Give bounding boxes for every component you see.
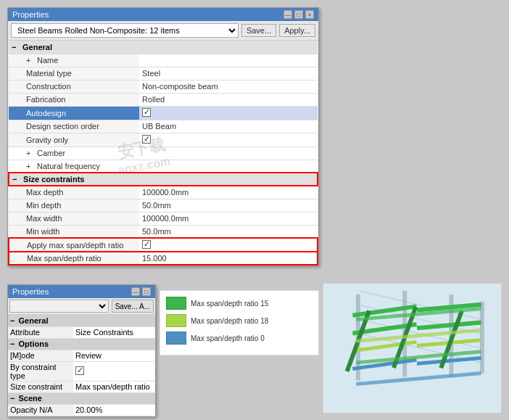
bottom-properties-table: − General Attribute Size Constraints − O… [8,315,155,416]
construction-row: Construction Non-composite beam [9,80,318,93]
apply-max-span-checkbox[interactable] [142,240,151,249]
min-depth-row: Min depth 50.0mm [9,199,318,212]
properties-scroll-area[interactable]: − General + Name Material type Steel [8,41,318,265]
max-depth-row: Max depth 100000.0mm [9,186,318,199]
top-properties-panel: Properties — □ × Steel Beams Rolled Non-… [7,7,319,266]
name-expand-icon[interactable]: + [26,56,33,65]
bottom-opacity-row: Opacity N/A 20.00% [8,404,155,416]
restore-button[interactable]: □ [294,10,303,19]
gravity-only-row: Gravity only [9,133,318,147]
size-constraints-collapse-icon[interactable]: − [12,175,20,184]
general-section-header: − General [9,41,318,54]
bottom-minimize-button[interactable]: — [131,287,140,296]
camber-row: + Camber [9,147,318,160]
natural-freq-expand-icon[interactable]: + [26,162,33,170]
camber-expand-icon[interactable]: + [26,149,33,157]
bottom-restore-button[interactable]: □ [142,287,151,296]
bottom-panel-titlebar: Properties — □ [8,285,155,298]
bottom-properties-panel: Properties — □ Save... A... − General At… [7,284,156,417]
legend-item-light-green: Max span/depth ratio 18 [166,314,313,327]
name-row: + Name [9,54,318,67]
legend-color-blue [166,332,186,345]
close-button[interactable]: × [305,10,314,19]
fabrication-row: Fabrication Rolled [9,93,318,106]
max-span-depth-ratio-row: Max span/depth ratio 15.000 [9,252,318,265]
bottom-general-collapse[interactable]: − [10,316,15,325]
bottom-panel-title: Properties [12,287,49,296]
legend-label-green: Max span/depth ratio 15 [191,300,268,308]
min-width-row: Min width 50.0mm [9,225,318,238]
minimize-button[interactable]: — [284,10,292,19]
natural-freq-row: + Natural frequency [9,160,318,173]
size-constraints-section-header: − Size constraints [9,173,318,186]
bottom-toolbar: Save... A... [8,298,155,315]
legend-label-light-green: Max span/depth ratio 18 [191,317,268,325]
apply-max-span-row[interactable]: Apply max span/depth ratio [9,238,318,252]
material-type-row: Material type Steel [9,67,318,80]
bottom-by-constraint-row: By constraint type [8,361,155,381]
instability-factor-row: + Instability factor [9,265,318,265]
autodesign-checkbox[interactable] [142,108,151,117]
bottom-attribute-row: Attribute Size Constraints [8,326,155,338]
design-section-order-row: Design section order UB Beam [9,120,318,133]
legend-item-blue: Max span/depth ratio 0 [166,332,313,345]
by-constraint-checkbox[interactable] [75,366,84,375]
legend-panel: Max span/depth ratio 15 Max span/depth r… [160,290,319,355]
apply-button[interactable]: Apply... [279,24,315,37]
structure-svg [323,284,501,413]
legend-item-green: Max span/depth ratio 15 [166,297,313,310]
max-width-row: Max width 100000.0mm [9,212,318,225]
autodesign-row[interactable]: Autodesign [9,106,318,120]
top-panel-titlebar: Properties — □ × [8,8,318,21]
titlebar-controls: — □ × [284,10,314,19]
structure-3d-view [323,283,502,413]
bottom-scene-collapse[interactable]: − [10,394,15,403]
save-button[interactable]: Save... [241,24,276,37]
legend-label-blue: Max span/depth ratio 0 [191,334,265,342]
legend-color-green [166,297,186,310]
bottom-save-button[interactable]: Save... A... [112,300,154,313]
top-panel-title: Properties [12,10,49,19]
bottom-size-constraint-row: Size constraint Max span/depth ratio [8,381,155,392]
bottom-dropdown[interactable] [9,300,109,313]
bottom-mode-row: [M]ode Review [8,350,155,361]
svg-rect-8 [480,302,484,374]
panel-toolbar: Steel Beams Rolled Non-Composite: 12 ite… [8,21,318,41]
legend-color-light-green [166,314,186,327]
bottom-titlebar-controls: — □ [131,287,151,296]
beam-selector[interactable]: Steel Beams Rolled Non-Composite: 12 ite… [11,23,239,38]
bottom-general-header: − General [8,315,155,326]
gravity-only-checkbox[interactable] [142,135,151,144]
properties-table: − General + Name Material type Steel [8,41,318,265]
general-collapse-icon[interactable]: − [12,43,19,52]
bottom-options-collapse[interactable]: − [10,339,15,348]
bottom-options-header: − Options [8,338,155,350]
bottom-scene-header: − Scene [8,392,155,404]
